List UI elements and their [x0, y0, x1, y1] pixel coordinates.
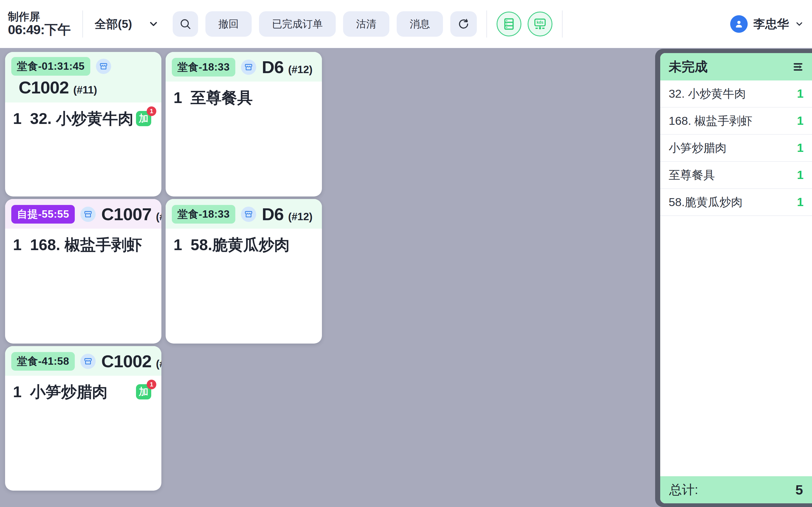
add-count-badge: 1 — [147, 106, 156, 116]
order-type-timer-badge: 堂食-18:33 — [172, 58, 235, 76]
order-item-text: 158.脆黄瓜炒肉 — [174, 236, 290, 254]
unfinished-panel: 未完成 32. 小炒黄牛肉 1 168. 椒盐手剥虾 1 小笋炒腊肉 1 至尊餐… — [655, 49, 812, 507]
orders-grid: 堂食-01:31:45 C1002 (#11) 132. 小炒黄牛肉 加 1 — [5, 52, 322, 491]
storefront-icon — [80, 354, 96, 369]
unfinished-item-row[interactable]: 至尊餐具 1 — [660, 162, 812, 189]
messages-button[interactable]: 消息 — [397, 11, 443, 37]
item-name: 168. 椒盐手剥虾 — [30, 236, 142, 253]
divider — [82, 10, 83, 38]
order-code: C1007 — [101, 204, 151, 224]
search-button[interactable] — [173, 11, 198, 37]
storefront-icon — [96, 59, 111, 74]
unfinished-item-name: 32. 小炒黄牛肉 — [669, 86, 746, 102]
unfinished-item-name: 小笋炒腊肉 — [669, 140, 727, 156]
order-card[interactable]: 堂食-01:31:45 C1002 (#11) 132. 小炒黄牛肉 加 1 — [5, 52, 162, 196]
add-count-badge: 1 — [147, 380, 156, 389]
order-card-body: 158.脆黄瓜炒肉 — [166, 229, 322, 261]
unfinished-title: 未完成 — [669, 58, 707, 76]
item-name: 58.脆黄瓜炒肉 — [191, 236, 290, 253]
unfinished-item-count: 1 — [797, 114, 804, 128]
unfinished-total: 总计: 5 — [660, 476, 812, 503]
user-menu[interactable]: 李忠华 — [730, 15, 804, 33]
chevron-down-icon — [148, 18, 159, 30]
print-queue-button[interactable] — [497, 12, 521, 37]
order-type-timer-badge: 自提-55:55 — [11, 205, 75, 224]
unfinished-item-row[interactable]: 小笋炒腊肉 1 — [660, 135, 812, 162]
orders-column-left: 堂食-01:31:45 C1002 (#11) 132. 小炒黄牛肉 加 1 — [5, 52, 162, 491]
recall-button[interactable]: 撤回 — [205, 11, 252, 37]
unfinished-item-row[interactable]: 58.脆黄瓜炒肉 1 — [660, 189, 812, 216]
order-item[interactable]: 158.脆黄瓜炒肉 — [174, 236, 314, 254]
user-name: 李忠华 — [753, 16, 789, 32]
order-item[interactable]: 1至尊餐具 — [174, 89, 314, 107]
unfinished-item-count: 1 — [797, 141, 804, 155]
item-qty: 1 — [174, 236, 182, 253]
order-card-header: 堂食-41:58 C1002 (#11) — [5, 346, 162, 376]
unfinished-item-count: 1 — [797, 87, 804, 101]
order-card-header: 自提-55:55 C1007 (#1) — [5, 199, 162, 229]
refresh-icon — [457, 17, 470, 31]
divider — [562, 10, 563, 38]
unfinished-panel-header: 未完成 — [660, 53, 812, 80]
order-number: (#12) — [288, 211, 312, 223]
unfinished-item-name: 至尊餐具 — [669, 167, 715, 183]
divider — [486, 10, 487, 38]
collapse-panel-icon[interactable] — [789, 60, 804, 74]
order-item-text: 132. 小炒黄牛肉 — [13, 110, 133, 128]
order-card-body: 1至尊餐具 — [166, 81, 322, 114]
order-code: D6 — [262, 57, 284, 77]
brand-block: 制作屏 06:49:下午 — [8, 11, 70, 37]
person-icon — [733, 18, 745, 30]
unfinished-item-name: 168. 椒盐手剥虾 — [669, 113, 752, 129]
unfinished-item-count: 1 — [797, 168, 804, 182]
order-item[interactable]: 1168. 椒盐手剥虾 — [13, 236, 153, 254]
chevron-down-icon — [795, 19, 804, 29]
order-card[interactable]: 堂食-18:33 D6 (#12) 1至尊餐具 — [166, 52, 322, 196]
order-number: (#12) — [288, 64, 312, 76]
total-value: 5 — [795, 482, 803, 498]
order-item[interactable]: 132. 小炒黄牛肉 加 1 — [13, 110, 153, 128]
order-item-text: 1小笋炒腊肉 — [13, 383, 108, 401]
order-number: (#11) — [156, 358, 162, 370]
kds-label: kds — [537, 20, 544, 24]
order-item-text: 1168. 椒盐手剥虾 — [13, 236, 142, 254]
storefront-icon — [241, 207, 256, 222]
item-qty: 1 — [174, 89, 182, 106]
kds-monitor-icon: kds — [533, 17, 547, 31]
order-card-header: 堂食-01:31:45 C1002 (#11) — [5, 52, 162, 103]
item-qty: 1 — [13, 236, 22, 253]
order-card[interactable]: 自提-55:55 C1007 (#1) 1168. 椒盐手剥虾 — [5, 199, 162, 344]
orders-column-right: 堂食-18:33 D6 (#12) 1至尊餐具 堂 — [166, 52, 322, 344]
order-item-text: 1至尊餐具 — [174, 89, 253, 107]
unfinished-list: 32. 小炒黄牛肉 1 168. 椒盐手剥虾 1 小笋炒腊肉 1 至尊餐具 1 … — [660, 80, 812, 476]
item-qty: 1 — [13, 383, 22, 401]
page-title: 制作屏 — [8, 11, 70, 22]
order-card-header: 堂食-18:33 D6 (#12) — [166, 52, 322, 81]
clock: 06:49:下午 — [8, 22, 70, 37]
order-filter-dropdown[interactable]: 全部(5) — [95, 16, 159, 32]
order-card-body: 1168. 椒盐手剥虾 — [5, 229, 162, 261]
order-card-body: 132. 小炒黄牛肉 加 1 — [5, 103, 162, 135]
storefront-icon — [241, 60, 256, 75]
refresh-button[interactable] — [450, 11, 477, 37]
unfinished-item-row[interactable]: 32. 小炒黄牛肉 1 — [660, 80, 812, 108]
order-code: D6 — [262, 204, 284, 224]
item-name: 至尊餐具 — [191, 89, 253, 106]
item-name: 32. 小炒黄牛肉 — [30, 110, 134, 127]
server-stack-icon — [502, 17, 516, 31]
order-card[interactable]: 堂食-41:58 C1002 (#11) 1小笋炒腊肉 加 1 — [5, 346, 162, 491]
completed-orders-button[interactable]: 已完成订单 — [259, 11, 336, 37]
added-item-indicator: 加 1 — [136, 111, 151, 126]
unfinished-item-row[interactable]: 168. 椒盐手剥虾 1 — [660, 108, 812, 135]
search-icon — [179, 17, 192, 31]
order-type-timer-badge: 堂食-41:58 — [11, 352, 75, 371]
sold-out-button[interactable]: 沽清 — [343, 11, 389, 37]
unfinished-item-name: 58.脆黄瓜炒肉 — [669, 194, 743, 210]
kds-network-button[interactable]: kds — [527, 12, 552, 37]
order-card[interactable]: 堂食-18:33 D6 (#12) 158.脆黄瓜炒肉 — [166, 199, 322, 344]
order-type-timer-badge: 堂食-18:33 — [172, 205, 235, 224]
added-item-indicator: 加 1 — [136, 384, 151, 399]
order-item[interactable]: 1小笋炒腊肉 加 1 — [13, 383, 153, 401]
order-number: (#11) — [73, 84, 97, 96]
storefront-icon — [80, 207, 96, 222]
